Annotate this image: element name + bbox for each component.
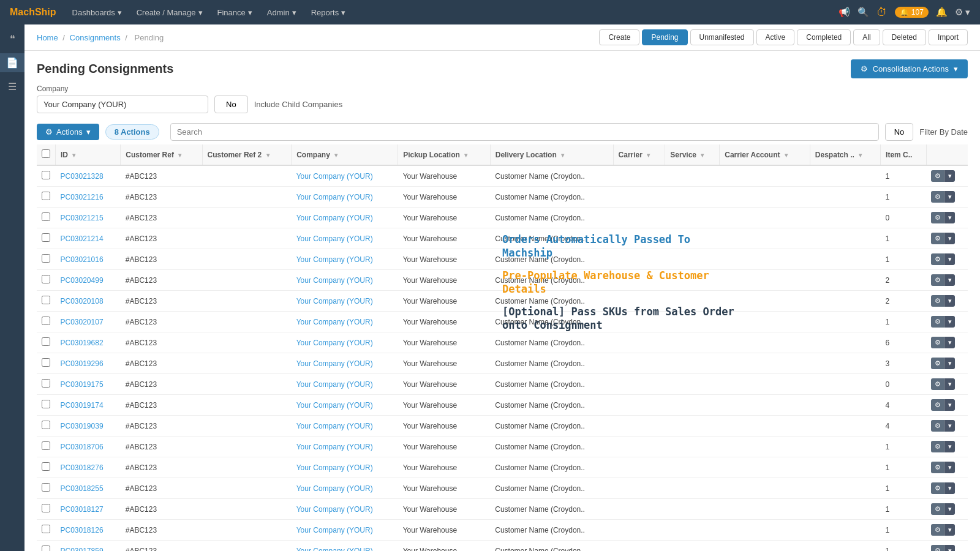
row-dropdown-button[interactable]: ▾ — [944, 399, 955, 411]
megaphone-icon[interactable]: 📢 — [839, 7, 850, 18]
row-id-link[interactable]: PC03018706 — [61, 443, 104, 451]
row-company-link[interactable]: Your Company (YOUR) — [296, 422, 373, 430]
th-select-all[interactable] — [37, 144, 56, 165]
select-all-checkbox[interactable] — [42, 149, 50, 158]
tab-create[interactable]: Create — [599, 29, 639, 45]
nav-admin[interactable]: Admin ▾ — [261, 8, 303, 17]
row-gear-button[interactable]: ⚙ — [931, 295, 944, 307]
sidebar-document-icon[interactable]: 📄 — [0, 53, 24, 72]
th-id[interactable]: ID ▾ — [56, 144, 121, 165]
row-checkbox[interactable] — [42, 462, 50, 471]
clock-icon[interactable]: ⏱ — [876, 6, 888, 19]
tab-all[interactable]: All — [853, 29, 880, 45]
th-despatch[interactable]: Despatch .. ▾ — [810, 144, 880, 165]
row-checkbox[interactable] — [42, 358, 50, 367]
row-dropdown-button[interactable]: ▾ — [944, 462, 955, 473]
row-gear-button[interactable]: ⚙ — [931, 191, 944, 203]
row-gear-button[interactable]: ⚙ — [931, 316, 944, 328]
row-id-link[interactable]: PC03019175 — [61, 380, 104, 389]
row-id-link[interactable]: PC03019039 — [61, 422, 104, 430]
settings-icon[interactable]: ⚙ ▾ — [955, 7, 970, 18]
th-delivery-location[interactable]: Delivery Location ▾ — [490, 144, 613, 165]
row-id-link[interactable]: PC03018127 — [61, 505, 104, 514]
row-company-link[interactable]: Your Company (YOUR) — [296, 214, 373, 222]
row-dropdown-button[interactable]: ▾ — [944, 545, 955, 551]
row-dropdown-button[interactable]: ▾ — [944, 337, 955, 348]
breadcrumb-home[interactable]: Home — [37, 33, 58, 42]
row-company-link[interactable]: Your Company (YOUR) — [296, 463, 373, 472]
search-icon[interactable]: 🔍 — [858, 7, 869, 18]
row-checkbox[interactable] — [42, 212, 50, 221]
row-gear-button[interactable]: ⚙ — [931, 503, 944, 515]
sidebar-menu-icon[interactable]: ☰ — [0, 77, 24, 96]
row-dropdown-button[interactable]: ▾ — [944, 524, 955, 536]
row-id-link[interactable]: PC03019296 — [61, 359, 104, 368]
row-company-link[interactable]: Your Company (YOUR) — [296, 255, 373, 264]
row-checkbox[interactable] — [42, 296, 50, 304]
row-id-link[interactable]: PC03021016 — [61, 255, 104, 264]
row-dropdown-button[interactable]: ▾ — [944, 358, 955, 369]
row-dropdown-button[interactable]: ▾ — [944, 420, 955, 432]
row-checkbox[interactable] — [42, 337, 50, 346]
row-dropdown-button[interactable]: ▾ — [944, 441, 955, 452]
row-checkbox[interactable] — [42, 545, 50, 551]
tab-completed[interactable]: Completed — [797, 29, 851, 45]
company-input[interactable] — [37, 96, 208, 113]
row-id-link[interactable]: PC03018276 — [61, 463, 104, 472]
row-dropdown-button[interactable]: ▾ — [944, 212, 955, 223]
row-id-link[interactable]: PC03020499 — [61, 276, 104, 285]
row-checkbox[interactable] — [42, 504, 50, 512]
row-checkbox[interactable] — [42, 379, 50, 388]
row-id-link[interactable]: PC03019682 — [61, 339, 104, 347]
row-checkbox[interactable] — [42, 233, 50, 242]
row-gear-button[interactable]: ⚙ — [931, 545, 944, 551]
row-gear-button[interactable]: ⚙ — [931, 524, 944, 536]
consolidation-actions-button[interactable]: ⚙ Consolidation Actions ▾ — [851, 59, 968, 78]
row-company-link[interactable]: Your Company (YOUR) — [296, 318, 373, 326]
row-id-link[interactable]: PC03021216 — [61, 193, 104, 201]
row-id-link[interactable]: PC03018126 — [61, 526, 104, 534]
row-company-link[interactable]: Your Company (YOUR) — [296, 297, 373, 305]
row-dropdown-button[interactable]: ▾ — [944, 378, 955, 390]
filter-date-toggle[interactable]: No — [885, 123, 914, 141]
row-dropdown-button[interactable]: ▾ — [944, 482, 955, 494]
sidebar-quote-icon[interactable]: ❝ — [0, 29, 24, 48]
row-id-link[interactable]: PC03021215 — [61, 214, 104, 222]
th-customer-ref2[interactable]: Customer Ref 2 ▾ — [202, 144, 292, 165]
th-item-count[interactable]: Item C.. — [881, 144, 926, 165]
row-checkbox[interactable] — [42, 171, 50, 179]
row-dropdown-button[interactable]: ▾ — [944, 253, 955, 265]
row-gear-button[interactable]: ⚙ — [931, 462, 944, 473]
row-gear-button[interactable]: ⚙ — [931, 420, 944, 432]
row-dropdown-button[interactable]: ▾ — [944, 191, 955, 203]
row-gear-button[interactable]: ⚙ — [931, 441, 944, 452]
row-company-link[interactable]: Your Company (YOUR) — [296, 526, 373, 534]
row-gear-button[interactable]: ⚙ — [931, 337, 944, 348]
row-company-link[interactable]: Your Company (YOUR) — [296, 276, 373, 285]
row-checkbox[interactable] — [42, 317, 50, 325]
row-dropdown-button[interactable]: ▾ — [944, 316, 955, 328]
tab-active[interactable]: Active — [756, 29, 795, 45]
row-company-link[interactable]: Your Company (YOUR) — [296, 401, 373, 410]
row-id-link[interactable]: PC03017859 — [61, 547, 104, 552]
row-company-link[interactable]: Your Company (YOUR) — [296, 484, 373, 493]
row-id-link[interactable]: PC03021328 — [61, 172, 104, 181]
row-checkbox[interactable] — [42, 421, 50, 429]
row-dropdown-button[interactable]: ▾ — [944, 503, 955, 515]
row-id-link[interactable]: PC03021214 — [61, 234, 104, 243]
row-company-link[interactable]: Your Company (YOUR) — [296, 359, 373, 368]
row-company-link[interactable]: Your Company (YOUR) — [296, 193, 373, 201]
th-service[interactable]: Service ▾ — [665, 144, 720, 165]
row-id-link[interactable]: PC03020108 — [61, 297, 104, 305]
nav-dashboards[interactable]: Dashboards ▾ — [66, 8, 128, 17]
child-companies-toggle[interactable]: No — [214, 96, 248, 113]
tab-import[interactable]: Import — [929, 29, 968, 45]
row-company-link[interactable]: Your Company (YOUR) — [296, 547, 373, 552]
row-gear-button[interactable]: ⚙ — [931, 399, 944, 411]
row-checkbox[interactable] — [42, 275, 50, 283]
row-company-link[interactable]: Your Company (YOUR) — [296, 234, 373, 243]
th-company[interactable]: Company ▾ — [292, 144, 398, 165]
row-gear-button[interactable]: ⚙ — [931, 358, 944, 369]
row-gear-button[interactable]: ⚙ — [931, 170, 944, 182]
nav-create-manage[interactable]: Create / Manage ▾ — [130, 8, 209, 17]
